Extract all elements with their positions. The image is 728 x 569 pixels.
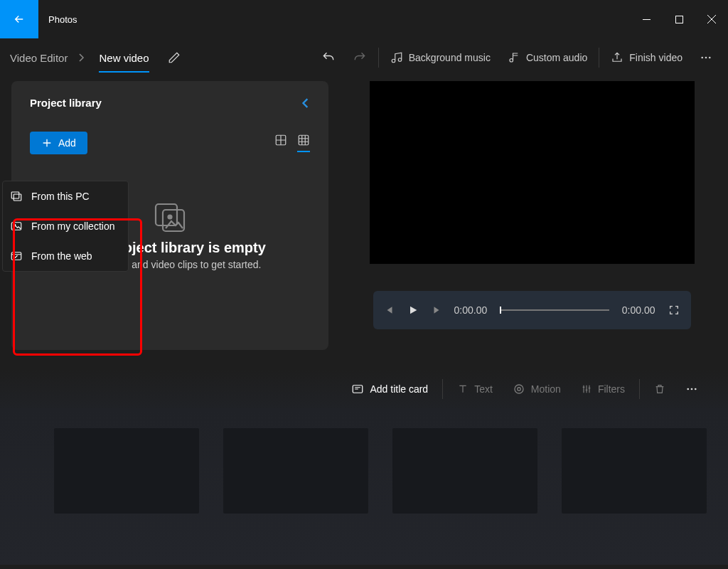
custom-audio-button[interactable]: Custom audio (499, 46, 596, 70)
svg-point-3 (705, 57, 707, 59)
background-music-button[interactable]: Background music (382, 46, 499, 70)
fullscreen-button[interactable] (668, 304, 680, 316)
more-icon (700, 51, 712, 64)
more-icon (685, 383, 698, 395)
storyboard-slot[interactable] (54, 428, 199, 514)
next-frame-button[interactable] (432, 305, 441, 315)
storyboard-divider (639, 379, 640, 399)
app-title: Photos (48, 14, 77, 25)
menu-from-collection-label: From my collection (31, 220, 114, 232)
storyboard-slot[interactable] (392, 428, 537, 514)
delete-clip-button[interactable] (646, 377, 674, 401)
collapse-library-button[interactable] (301, 98, 310, 108)
window-controls (630, 8, 728, 31)
editor-toolbar: Video Editor New video Background music … (0, 38, 728, 77)
player-controls: 0:00.00 0:00.00 (373, 291, 691, 329)
svg-point-18 (687, 388, 689, 390)
text-icon (457, 383, 469, 395)
web-icon (10, 250, 23, 262)
storyboard-slot[interactable] (562, 428, 707, 514)
svg-point-20 (695, 388, 697, 390)
add-button-label: Add (58, 137, 76, 149)
export-icon (611, 51, 623, 64)
plus-icon (41, 137, 53, 149)
add-title-card-button[interactable]: Add title card (343, 377, 437, 401)
project-name-tab[interactable]: New video (99, 48, 149, 68)
titlebar: Photos (0, 0, 728, 38)
seek-track[interactable] (500, 309, 609, 311)
library-view-toggle (274, 134, 310, 152)
breadcrumb-root[interactable]: Video Editor (10, 52, 68, 64)
text-button[interactable]: Text (449, 378, 501, 400)
pc-icon (10, 190, 23, 203)
svg-rect-7 (156, 204, 177, 225)
title-card-icon (351, 383, 364, 395)
grid-small-button[interactable] (297, 134, 310, 152)
menu-from-this-pc[interactable]: From this PC (3, 181, 128, 211)
storyboard-slot[interactable] (223, 428, 368, 514)
filters-icon (581, 383, 592, 395)
minimize-button[interactable] (630, 8, 663, 31)
svg-point-1 (510, 59, 513, 63)
tab-underline (99, 71, 149, 73)
main-area: Project library Add (0, 77, 728, 361)
preview-pane: 0:00.00 0:00.00 (357, 81, 707, 361)
svg-point-17 (518, 388, 521, 391)
storyboard-more-button[interactable] (677, 377, 707, 401)
chevron-right-icon (77, 53, 85, 62)
motion-icon (513, 383, 525, 395)
prev-frame-button[interactable] (385, 305, 395, 315)
svg-point-16 (515, 385, 523, 393)
filters-label: Filters (598, 383, 625, 395)
add-title-card-label: Add title card (370, 383, 428, 395)
finish-video-label: Finish video (629, 52, 682, 63)
toolbar-divider (599, 48, 599, 68)
total-time: 0:00.00 (622, 304, 655, 316)
bg-music-label: Background music (409, 52, 491, 63)
svg-rect-6 (299, 135, 309, 145)
add-source-menu: From this PC From my collection From the… (2, 181, 129, 272)
grid-large-button[interactable] (274, 134, 287, 152)
project-library-title: Project library (30, 97, 102, 109)
add-button[interactable]: Add (30, 132, 87, 154)
toolbar-divider (378, 48, 379, 68)
filters-button[interactable]: Filters (572, 378, 633, 400)
text-label: Text (474, 383, 493, 395)
motion-label: Motion (531, 383, 561, 395)
collection-icon (10, 220, 23, 233)
svg-rect-10 (11, 192, 19, 198)
maximize-button[interactable] (663, 8, 695, 31)
storyboard-divider (442, 379, 443, 399)
menu-from-web-label: From the web (31, 250, 92, 262)
close-button[interactable] (695, 8, 728, 31)
menu-from-pc-label: From this PC (31, 191, 90, 202)
storyboard-toolbar: Add title card Text Motion Filters (0, 370, 728, 408)
svg-point-19 (691, 388, 693, 390)
svg-rect-0 (675, 16, 682, 23)
svg-point-9 (168, 216, 172, 219)
play-button[interactable] (407, 304, 419, 316)
undo-button[interactable] (313, 45, 344, 70)
custom-audio-label: Custom audio (526, 52, 587, 63)
storyboard-track[interactable] (0, 408, 728, 565)
music-icon (390, 51, 403, 64)
menu-from-web[interactable]: From the web (3, 241, 128, 271)
back-button[interactable] (0, 0, 38, 38)
svg-point-2 (701, 57, 703, 59)
finish-video-button[interactable]: Finish video (602, 46, 691, 70)
svg-point-4 (709, 57, 711, 59)
rename-button[interactable] (168, 51, 181, 64)
redo-button[interactable] (344, 45, 375, 70)
motion-button[interactable]: Motion (504, 377, 569, 401)
menu-from-collection[interactable]: From my collection (3, 211, 128, 241)
more-button[interactable] (691, 46, 721, 70)
trash-icon (654, 383, 665, 395)
project-name-label: New video (99, 52, 149, 64)
current-time: 0:00.00 (454, 304, 488, 316)
video-preview[interactable] (370, 81, 695, 264)
audio-icon (508, 51, 520, 64)
svg-rect-11 (14, 194, 21, 201)
